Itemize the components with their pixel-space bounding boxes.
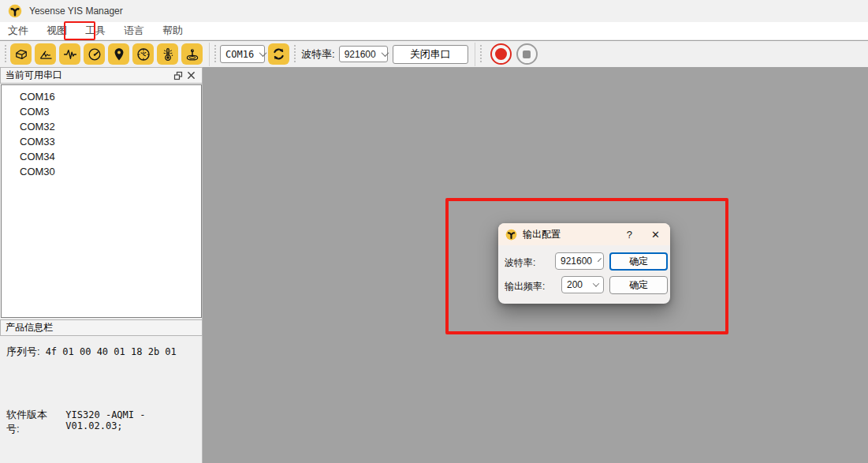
chevron-down-icon xyxy=(381,49,389,57)
refresh-ports-icon xyxy=(271,47,286,62)
menu-file[interactable]: 文件 xyxy=(3,22,33,39)
close-serial-port-button[interactable]: 关闭串口 xyxy=(393,45,468,64)
dialog-baud-ok-button[interactable]: 确定 xyxy=(609,252,668,271)
title-bar: Yesense YIS Manager xyxy=(0,0,868,22)
chevron-down-icon xyxy=(259,49,267,57)
float-panel-icon xyxy=(173,71,183,80)
attitude-wave-icon xyxy=(38,47,54,62)
list-item-port[interactable]: COM30 xyxy=(2,164,201,179)
app-logo-icon xyxy=(8,4,22,18)
dialog-title: 输出配置 xyxy=(523,228,627,241)
dialog-frequency-value: 200 xyxy=(567,279,587,290)
window-title: Yesense YIS Manager xyxy=(29,6,123,17)
float-panel-button[interactable] xyxy=(172,69,184,82)
level-button[interactable] xyxy=(181,43,203,65)
stop-button[interactable] xyxy=(516,43,538,65)
chevron-down-icon xyxy=(593,280,599,286)
clock-icon xyxy=(136,47,151,62)
baud-rate-select[interactable]: 921600 xyxy=(339,46,388,62)
cube-button[interactable] xyxy=(10,43,32,65)
serial-number-label: 序列号: xyxy=(6,345,40,359)
close-panel-button[interactable] xyxy=(184,69,197,82)
gauge-icon xyxy=(87,47,102,62)
com-port-select[interactable]: COM16 xyxy=(220,45,265,63)
baud-rate-label: 波特率: xyxy=(301,47,335,62)
location-icon xyxy=(111,47,127,62)
dialog-baud-label: 波特率: xyxy=(505,257,535,268)
toolbar-separator xyxy=(475,43,475,66)
serial-number-value: 4f 01 00 40 01 18 2b 01 xyxy=(46,346,177,357)
attitude-button[interactable] xyxy=(35,43,56,65)
left-dock-panel: 当前可用串口 COM16 COM3 COM32 COM33 COM34 COM3… xyxy=(0,67,203,463)
chevron-down-icon xyxy=(598,258,602,262)
level-icon xyxy=(184,47,200,62)
location-button[interactable] xyxy=(108,43,129,65)
product-info-body: 序列号: 4f 01 00 40 01 18 2b 01 软件版本号: YIS3… xyxy=(0,336,202,463)
serial-number-row: 序列号: 4f 01 00 40 01 18 2b 01 xyxy=(6,345,177,359)
menu-view[interactable]: 视图 xyxy=(42,22,72,39)
ports-panel-title: 当前可用串口 xyxy=(6,69,62,82)
dialog-frequency-row: 输出频率: 200 确定 xyxy=(505,278,664,291)
toolbar-grip[interactable] xyxy=(479,45,482,64)
dialog-close-button[interactable]: ✕ xyxy=(651,229,660,241)
list-item-port[interactable]: COM32 xyxy=(2,119,201,134)
list-item-port[interactable]: COM33 xyxy=(2,134,201,149)
software-version-label: 软件版本号: xyxy=(6,408,60,436)
output-config-dialog: 输出配置 ? ✕ 波特率: 921600 确定 输出频率: 200 确定 xyxy=(498,223,670,304)
menu-tools[interactable]: 工具 xyxy=(80,22,110,39)
gauge-button[interactable] xyxy=(84,43,105,65)
dialog-baud-row: 波特率: 921600 确定 xyxy=(505,255,664,267)
com-port-value: COM16 xyxy=(225,49,254,60)
dialog-frequency-ok-button[interactable]: 确定 xyxy=(609,276,668,294)
dialog-title-bar[interactable]: 输出配置 ? ✕ xyxy=(498,223,670,245)
software-version-value: YIS320 -AQMI -V01.02.03; xyxy=(65,409,202,431)
waveform-icon xyxy=(62,47,78,62)
dialog-frequency-label: 输出频率: xyxy=(505,281,545,292)
dialog-baud-value: 921600 xyxy=(561,256,592,267)
clock-button[interactable] xyxy=(132,43,154,65)
app-logo-icon xyxy=(505,229,517,241)
refresh-ports-button[interactable] xyxy=(268,43,289,65)
baud-rate-value: 921600 xyxy=(345,49,376,60)
dialog-frequency-select[interactable]: 200 xyxy=(561,276,604,293)
thermometer-icon xyxy=(160,47,176,62)
dialog-help-button[interactable]: ? xyxy=(627,229,632,241)
toolbar-separator xyxy=(209,43,210,66)
info-panel-header: 产品信息栏 xyxy=(0,319,203,336)
menu-bar: 文件 视图 工具 语言 帮助 xyxy=(0,22,868,40)
record-button[interactable] xyxy=(490,43,512,65)
close-icon xyxy=(187,71,196,80)
list-item-port[interactable]: COM34 xyxy=(2,149,201,164)
software-version-row: 软件版本号: YIS320 -AQMI -V01.02.03; xyxy=(6,408,202,436)
ports-panel-header: 当前可用串口 xyxy=(0,67,203,84)
toolbar: COM16 波特率: 921600 关闭串口 xyxy=(0,41,868,67)
dialog-baud-select[interactable]: 921600 xyxy=(555,252,604,270)
stop-icon xyxy=(523,50,531,58)
info-panel-title: 产品信息栏 xyxy=(6,321,53,334)
menu-help[interactable]: 帮助 xyxy=(158,22,188,39)
menu-language[interactable]: 语言 xyxy=(119,22,149,39)
list-item-port[interactable]: COM3 xyxy=(2,104,201,119)
cube-icon xyxy=(13,47,29,62)
toolbar-grip[interactable] xyxy=(293,45,296,64)
toolbar-grip[interactable] xyxy=(214,45,217,64)
thermometer-button[interactable] xyxy=(157,43,178,65)
record-icon xyxy=(495,48,507,60)
waveform-button[interactable] xyxy=(59,43,80,65)
toolbar-grip[interactable] xyxy=(4,45,7,64)
available-ports-list: COM16 COM3 COM32 COM33 COM34 COM30 xyxy=(1,84,202,318)
list-item-port[interactable]: COM16 xyxy=(2,89,201,104)
